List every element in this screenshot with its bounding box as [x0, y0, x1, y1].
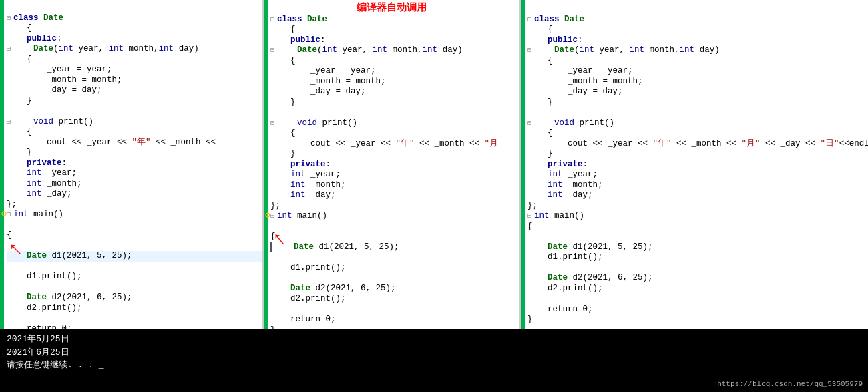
console-line-3: 请按任意键继续. . . _	[7, 359, 861, 372]
line: }	[527, 315, 533, 324]
line: d2.print();	[527, 284, 603, 293]
green-bar-1	[0, 0, 4, 329]
line: ⊟ void print()	[7, 117, 93, 126]
line: Date d1(2021, 5, 25);	[270, 242, 519, 253]
line: {	[7, 55, 32, 64]
line: {	[527, 128, 553, 138]
line: _day = day;	[7, 85, 102, 95]
line: d1.print();	[7, 272, 82, 281]
line: ⊟ Date(int year, int month,int day)	[7, 44, 199, 53]
line: d1.print();	[270, 263, 346, 272]
line	[7, 106, 12, 116]
line: ⊟int main() ⚙	[270, 211, 327, 220]
line: cout << _year << "年" << _month <<	[7, 138, 216, 147]
line: int _month;	[7, 179, 82, 188]
line: _month = month;	[270, 77, 386, 86]
line: int _month;	[527, 180, 603, 190]
line	[270, 273, 276, 282]
line: {	[7, 23, 32, 33]
line: int _day;	[527, 190, 593, 200]
line	[527, 108, 533, 117]
line: private:	[527, 160, 588, 169]
line: ⊟class Date	[527, 15, 584, 24]
line	[270, 108, 276, 117]
line: private:	[7, 158, 67, 168]
line: _month = month;	[7, 75, 122, 85]
line: public:	[270, 35, 326, 45]
line: };	[270, 201, 280, 210]
line: }	[527, 149, 553, 158]
line: ⊟int main() ⚙	[7, 210, 63, 219]
line: }	[270, 97, 296, 107]
line: {	[270, 56, 296, 65]
console-url: https://blog.csdn.net/qq_53505979	[717, 379, 863, 390]
line: ⊟ Date(int year, int month,int day)	[527, 45, 720, 55]
line: Date d1(2021, 5, 25);	[7, 251, 262, 262]
line: {	[527, 56, 553, 65]
panel-1: ↑ ⊟class Date { public: ⊟ Date(int year,…	[0, 0, 264, 329]
line: {	[270, 25, 296, 34]
line: ⊟int main()	[527, 211, 584, 220]
line: _month = month;	[527, 77, 643, 86]
code-3: ⊟class Date { public: ⊟ Date(int year, i…	[527, 4, 868, 329]
line: cout << _year << "年" << _month << "月	[270, 139, 498, 148]
gear-icon-1: ⚙	[1, 209, 7, 220]
line: Date d2(2021, 6, 25);	[527, 273, 653, 282]
code-2: ⊟class Date { public: ⊟ Date(int year, i…	[270, 4, 519, 329]
line: }	[527, 97, 553, 107]
line	[7, 313, 12, 323]
line: return 0;	[270, 315, 336, 324]
line: d1.print();	[527, 252, 603, 262]
line	[270, 305, 276, 314]
line: _day = day;	[270, 87, 366, 96]
console: 2021年5月25日 2021年6月25日 请按任意键继续. . . _ htt…	[0, 329, 868, 392]
code-1: ⊟class Date { public: ⊟ Date(int year, i…	[7, 3, 262, 329]
line: ⊟ Date(int year, int month,int day)	[270, 45, 463, 55]
gear-icon-2: ⚙	[265, 210, 270, 221]
line: int _year;	[7, 168, 77, 178]
line: {	[270, 128, 296, 138]
line: {	[7, 127, 32, 136]
line: ⊟ void print()	[527, 118, 614, 128]
line: }	[7, 148, 32, 157]
line	[527, 232, 533, 241]
line: };	[7, 200, 17, 209]
green-bar-3	[521, 0, 525, 329]
line: };	[527, 201, 537, 210]
line: int _day;	[7, 189, 72, 198]
line: {	[527, 25, 553, 34]
line	[527, 294, 533, 303]
console-line-1: 2021年5月25日	[7, 333, 861, 346]
main-area: ↑ ⊟class Date { public: ⊟ Date(int year,…	[0, 0, 868, 329]
line: d2.print();	[270, 294, 346, 303]
line: return 0;	[527, 305, 593, 314]
line: cout << _year << "年" << _month << "月" <<…	[527, 139, 868, 148]
line: _year = year;	[7, 65, 112, 74]
line: Date d1(2021, 5, 25);	[527, 242, 653, 252]
line: int _year;	[527, 170, 598, 179]
line: ⊟ void print()	[270, 118, 357, 128]
console-line-2: 2021年6月25日	[7, 346, 861, 359]
line	[7, 282, 12, 292]
line: int _month;	[270, 180, 346, 190]
line: int _day;	[270, 190, 336, 200]
line	[527, 263, 533, 272]
line: _year = year;	[527, 66, 633, 75]
line: private:	[270, 160, 331, 169]
line: int _year;	[270, 170, 341, 179]
line: public:	[527, 35, 583, 45]
line: d2.print();	[7, 303, 82, 313]
line: _day = day;	[527, 87, 623, 96]
panel-3: ⊟class Date { public: ⊟ Date(int year, i…	[521, 0, 868, 329]
line: }	[7, 96, 32, 106]
line: Date d2(2021, 6, 25);	[7, 292, 132, 302]
line: return 0;	[7, 324, 72, 329]
panel-2: 编译器自动调用 ↑ ⊟class Date { public: ⊟ Date(i…	[264, 0, 521, 329]
green-bar-2	[264, 0, 268, 329]
panel-title: 编译器自动调用	[357, 1, 427, 14]
line: public:	[7, 34, 62, 43]
line: _year = year;	[270, 66, 376, 75]
line: {	[527, 222, 533, 231]
line: }	[270, 149, 296, 158]
line: ⊟class Date	[270, 15, 327, 24]
